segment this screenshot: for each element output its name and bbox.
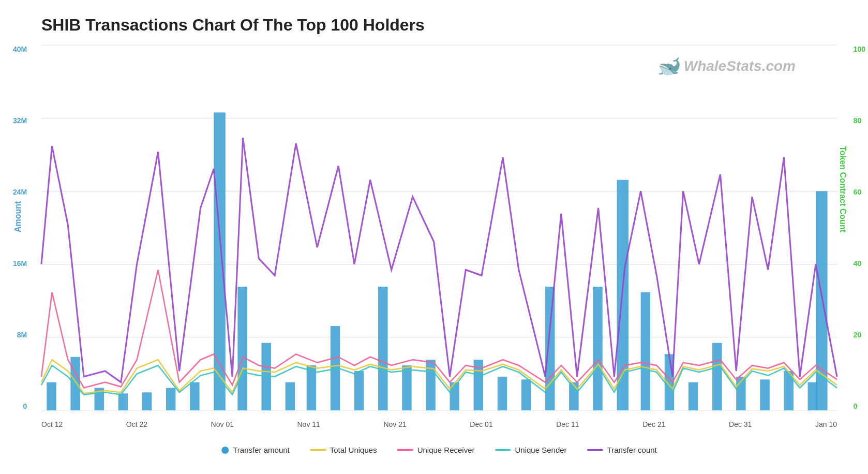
x-label-4: Nov 21 xyxy=(383,420,406,428)
legend-line-total-uniques xyxy=(310,449,326,451)
legend-dot-transfer-amount xyxy=(221,447,229,454)
x-label-1: Oct 22 xyxy=(126,420,147,428)
svg-rect-11 xyxy=(166,388,175,410)
y-tick-left-3: 16M xyxy=(13,259,27,268)
legend-line-unique-sender xyxy=(496,449,511,451)
legend: Transfer amount Total Uniques Unique Rec… xyxy=(221,446,657,454)
y-tick-right-2: 60 xyxy=(854,188,862,196)
chart-title: SHIB Transactions Chart Of The Top 100 H… xyxy=(41,16,837,35)
watermark-text: WhaleStats.com xyxy=(684,58,796,75)
svg-rect-27 xyxy=(545,287,555,410)
svg-rect-12 xyxy=(190,382,199,410)
y-tick-left-2: 24M xyxy=(13,188,27,196)
y-tick-right-0: 100 xyxy=(854,45,865,53)
svg-rect-22 xyxy=(426,360,435,410)
x-label-3: Nov 11 xyxy=(297,420,320,428)
x-label-0: Oct 12 xyxy=(41,420,63,428)
x-axis: Oct 12 Oct 22 Nov 01 Nov 11 Nov 21 Dec 0… xyxy=(41,420,837,428)
y-tick-right-3: 40 xyxy=(854,259,862,268)
svg-rect-21 xyxy=(402,365,411,410)
main-chart-svg xyxy=(41,45,837,410)
watermark-icon: 🐋 xyxy=(656,55,680,77)
x-label-6: Dec 11 xyxy=(556,420,579,428)
svg-rect-7 xyxy=(70,357,80,410)
legend-label-unique-receiver: Unique Receiver xyxy=(417,446,475,454)
legend-label-transfer-count: Transfer count xyxy=(607,446,657,454)
y-axis-left: 40M 32M 24M 16M 8M 0 xyxy=(13,45,27,410)
y-tick-right-4: 20 xyxy=(854,331,862,339)
x-label-9: Jan 10 xyxy=(815,420,837,428)
legend-label-transfer-amount: Transfer amount xyxy=(233,446,290,454)
svg-rect-26 xyxy=(521,379,531,410)
y-axis-right: 100 80 60 40 20 0 xyxy=(854,45,865,410)
svg-rect-28 xyxy=(569,382,578,410)
svg-rect-9 xyxy=(118,393,128,410)
svg-rect-13 xyxy=(214,112,226,410)
legend-transfer-count: Transfer count xyxy=(588,446,657,454)
legend-unique-receiver: Unique Receiver xyxy=(398,446,475,454)
svg-rect-29 xyxy=(593,287,602,410)
legend-label-unique-sender: Unique Sender xyxy=(515,446,567,454)
y-tick-right-5: 0 xyxy=(854,402,858,410)
x-label-2: Nov 01 xyxy=(211,420,234,428)
svg-rect-31 xyxy=(641,292,650,410)
svg-rect-33 xyxy=(689,382,698,410)
svg-rect-14 xyxy=(237,287,247,410)
legend-transfer-amount: Transfer amount xyxy=(221,446,290,454)
svg-rect-20 xyxy=(378,287,387,410)
chart-container: SHIB Transactions Chart Of The Top 100 H… xyxy=(0,0,868,474)
x-label-7: Dec 21 xyxy=(642,420,665,428)
svg-rect-6 xyxy=(47,382,56,410)
legend-line-unique-receiver xyxy=(398,449,413,451)
chart-area: 🐋 WhaleStats.com Amount Token Contract C… xyxy=(41,45,837,410)
y-tick-right-1: 80 xyxy=(854,116,862,125)
svg-rect-25 xyxy=(498,377,507,410)
svg-rect-34 xyxy=(712,343,722,410)
x-label-5: Dec 01 xyxy=(470,420,492,428)
legend-total-uniques: Total Uniques xyxy=(310,446,377,454)
legend-unique-sender: Unique Sender xyxy=(496,446,567,454)
x-label-8: Dec 31 xyxy=(729,420,752,428)
svg-rect-36 xyxy=(760,379,769,410)
svg-rect-10 xyxy=(142,392,152,410)
y-tick-left-0: 40M xyxy=(13,45,27,53)
legend-label-total-uniques: Total Uniques xyxy=(330,446,377,454)
y-axis-right-label: Token Contract Count xyxy=(839,146,848,232)
svg-rect-19 xyxy=(354,371,364,410)
svg-rect-16 xyxy=(286,382,295,410)
watermark: 🐋 WhaleStats.com xyxy=(656,55,796,77)
y-tick-left-4: 8M xyxy=(17,331,27,339)
y-tick-left-5: 0 xyxy=(23,402,27,410)
y-tick-left-1: 32M xyxy=(13,116,27,125)
legend-line-transfer-count xyxy=(588,449,603,451)
